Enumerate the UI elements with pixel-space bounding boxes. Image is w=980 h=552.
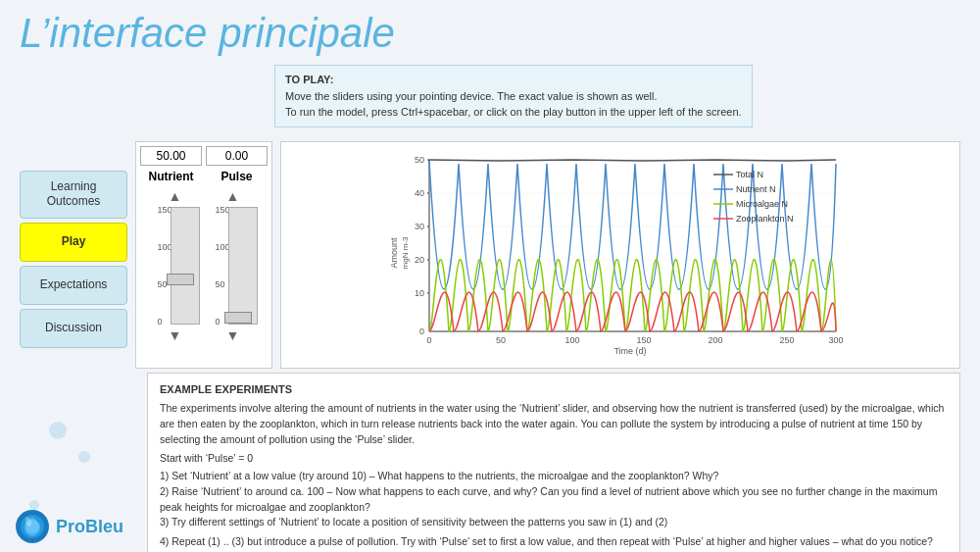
svg-text:200: 200 [708,335,722,345]
pulse-slider-thumb[interactable] [224,312,252,324]
svg-text:100: 100 [564,335,579,345]
nav-btn-learning-outcomes[interactable]: Learning Outcomes [20,171,127,219]
nutrient-label: Nutrient [140,170,202,183]
experiment-box: EXAMPLE EXPERIMENTS The experiments invo… [147,373,960,553]
instruction-box: TO PLAY: Move the sliders using your poi… [274,65,753,127]
experiment-step-4: 4) Repeat (1) .. (3) but introduce a pul… [160,534,948,550]
svg-text:50: 50 [496,335,506,345]
nutrient-arrow-down[interactable]: ▼ [167,326,184,344]
experiment-step-3: 3) Try different settings of ‘Nutrient’ … [160,515,948,530]
svg-text:Amount: Amount [389,236,399,268]
svg-text:40: 40 [415,188,424,198]
svg-text:30: 30 [415,222,424,231]
total-n-line [429,160,836,161]
svg-text:250: 250 [779,335,794,345]
svg-text:150: 150 [636,335,651,345]
pulse-value: 0.00 [206,146,268,166]
nutrient-arrow-up[interactable]: ▲ [167,187,184,205]
nutrient-slider-track[interactable] [171,207,200,325]
slider-panel: 50.00 0.00 Nutrient Pulse ▲ 150 100 50 0 [135,141,272,369]
page-title: L’interface principale [20,10,960,57]
experiment-step-2: 2) Raise ‘Nutrient’ to around ca. 100 – … [160,484,948,516]
nutrient-slider-col: ▲ 150 100 50 0 ▼ [148,187,202,344]
experiment-title: EXAMPLE EXPERIMENTS [160,381,948,398]
svg-text:10: 10 [415,288,424,298]
nav-btn-expectations[interactable]: Expectations [20,266,127,305]
pulse-arrow-down[interactable]: ▼ [224,326,242,344]
svg-text:300: 300 [828,335,843,345]
svg-text:50: 50 [415,155,424,165]
experiment-start: Start with ‘Pulse’ = 0 [160,451,948,467]
svg-text:20: 20 [415,255,424,265]
nav-btn-discussion[interactable]: Discussion [20,309,127,348]
nav-btn-play[interactable]: Play [20,223,127,262]
svg-text:Time (d): Time (d) [613,346,646,356]
nav-buttons: Learning Outcomes Play Expectations Disc… [20,171,127,369]
pulse-label: Pulse [206,170,268,183]
nutrient-slider-thumb[interactable] [167,274,194,285]
pulse-arrow-up[interactable]: ▲ [224,187,242,205]
nutrient-value: 50.00 [140,146,202,166]
svg-text:Zooplankton N: Zooplankton N [736,214,794,224]
pulse-slider-col: ▲ 150 100 50 0 ▼ [206,187,260,344]
chart-container: Amount mgN m-3 50 40 30 20 [280,141,960,369]
experiment-step-1: 1) Set ‘Nutrient’ at a low value (try ar… [160,469,948,484]
svg-text:0: 0 [426,335,431,345]
nutrient-n-line [429,161,836,289]
chart-svg: Amount mgN m-3 50 40 30 20 [289,150,952,356]
svg-text:Microalgae N: Microalgae N [736,199,788,209]
pulse-slider-track[interactable] [228,207,258,325]
svg-text:Total N: Total N [736,170,763,179]
svg-text:Nutrient N: Nutrient N [736,184,776,194]
svg-text:mgN m-3: mgN m-3 [401,236,410,269]
svg-text:0: 0 [419,326,424,336]
experiment-intro: The experiments involve altering the amo… [160,401,948,447]
